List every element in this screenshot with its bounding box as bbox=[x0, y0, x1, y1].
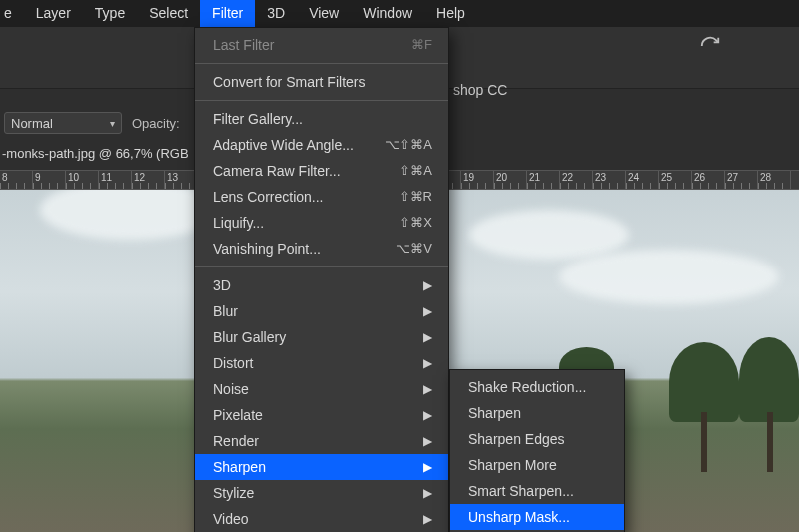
arrow-right-icon: ▶ bbox=[423, 431, 432, 451]
filter-submenu-stylize[interactable]: Stylize▶ bbox=[195, 480, 448, 506]
filter-gallery[interactable]: Filter Gallery... bbox=[195, 106, 448, 132]
filter-submenu-render[interactable]: Render▶ bbox=[195, 428, 448, 454]
filter-submenu-3d[interactable]: 3D▶ bbox=[195, 272, 448, 298]
menu-help[interactable]: Help bbox=[424, 0, 477, 27]
separator bbox=[195, 266, 448, 267]
sharpen-edges[interactable]: Sharpen Edges bbox=[450, 426, 624, 452]
document-tab[interactable]: -monks-path.jpg @ 66,7% (RGB bbox=[0, 146, 189, 161]
menubar: e Layer Type Select Filter 3D View Windo… bbox=[0, 0, 799, 27]
menu-view[interactable]: View bbox=[297, 0, 351, 27]
blend-mode-row: Normal ▾ Opacity: bbox=[4, 110, 180, 136]
menu-select[interactable]: Select bbox=[137, 0, 200, 27]
filter-submenu-blur-gallery[interactable]: Blur Gallery▶ bbox=[195, 324, 448, 350]
blend-mode-value: Normal bbox=[11, 116, 53, 131]
filter-submenu-distort[interactable]: Distort▶ bbox=[195, 350, 448, 376]
filter-submenu-sharpen[interactable]: Sharpen▶ bbox=[195, 454, 448, 480]
arrow-right-icon: ▶ bbox=[423, 405, 432, 425]
separator bbox=[195, 63, 448, 64]
filter-submenu-noise[interactable]: Noise▶ bbox=[195, 376, 448, 402]
arrow-right-icon: ▶ bbox=[423, 353, 432, 373]
filter-submenu-pixelate[interactable]: Pixelate▶ bbox=[195, 402, 448, 428]
sharpen-shake-reduction[interactable]: Shake Reduction... bbox=[450, 374, 624, 400]
arrow-right-icon: ▶ bbox=[423, 301, 432, 321]
sharpen-unsharp-mask[interactable]: Unsharp Mask... bbox=[450, 504, 624, 530]
arrow-right-icon: ▶ bbox=[423, 379, 432, 399]
filter-convert-smart[interactable]: Convert for Smart Filters bbox=[195, 69, 448, 95]
filter-last: Last Filter⌘F bbox=[195, 32, 448, 58]
filter-submenu-blur[interactable]: Blur▶ bbox=[195, 298, 448, 324]
separator bbox=[195, 100, 448, 101]
menu-window[interactable]: Window bbox=[351, 0, 424, 27]
arrow-right-icon: ▶ bbox=[423, 275, 432, 295]
arrow-right-icon: ▶ bbox=[423, 483, 432, 503]
menu-filter[interactable]: Filter bbox=[200, 0, 255, 27]
arrow-right-icon: ▶ bbox=[423, 457, 432, 477]
sharpen-more[interactable]: Sharpen More bbox=[450, 452, 624, 478]
opacity-label: Opacity: bbox=[132, 116, 180, 131]
filter-adaptive-wide-angle[interactable]: Adaptive Wide Angle...⌥⇧⌘A bbox=[195, 132, 448, 158]
filter-liquify[interactable]: Liquify...⇧⌘X bbox=[195, 210, 448, 236]
filter-vanishing-point[interactable]: Vanishing Point...⌥⌘V bbox=[195, 236, 448, 262]
chevron-down-icon: ▾ bbox=[110, 118, 115, 129]
arrow-right-icon: ▶ bbox=[423, 327, 432, 347]
filter-menu: Last Filter⌘F Convert for Smart Filters … bbox=[194, 27, 449, 532]
blend-mode-select[interactable]: Normal ▾ bbox=[4, 112, 122, 134]
arrow-right-icon: ▶ bbox=[423, 509, 432, 529]
filter-submenu-video[interactable]: Video▶ bbox=[195, 506, 448, 532]
sharpen-smart[interactable]: Smart Sharpen... bbox=[450, 478, 624, 504]
menu-type[interactable]: Type bbox=[83, 0, 137, 27]
refresh-icon[interactable] bbox=[699, 35, 721, 57]
filter-camera-raw[interactable]: Camera Raw Filter...⇧⌘A bbox=[195, 158, 448, 184]
sharpen-sharpen[interactable]: Sharpen bbox=[450, 400, 624, 426]
menu-layer[interactable]: Layer bbox=[24, 0, 83, 27]
filter-lens-correction[interactable]: Lens Correction...⇧⌘R bbox=[195, 184, 448, 210]
sharpen-submenu: Shake Reduction... Sharpen Sharpen Edges… bbox=[449, 369, 625, 532]
menu-3d[interactable]: 3D bbox=[255, 0, 297, 27]
app-title-partial: shop CC bbox=[453, 82, 507, 98]
menu-image-partial[interactable]: e bbox=[0, 0, 24, 27]
